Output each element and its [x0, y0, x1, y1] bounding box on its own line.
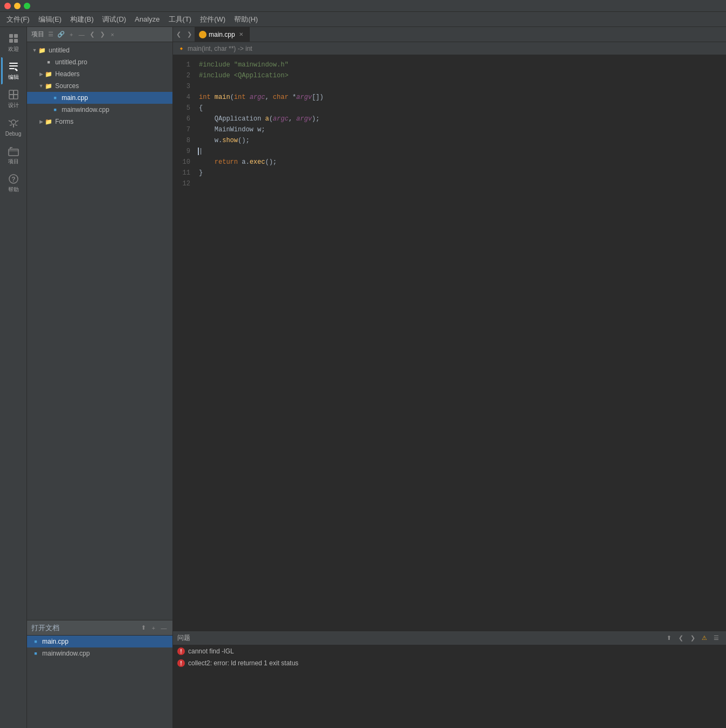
- tab-close-main-cpp[interactable]: ✕: [237, 31, 245, 38]
- menu-edit[interactable]: 编辑(E): [34, 14, 66, 25]
- panel-link-icon[interactable]: 🔗: [57, 30, 65, 39]
- menu-build[interactable]: 构建(B): [66, 14, 98, 25]
- panel-minimize-icon[interactable]: —: [77, 30, 86, 39]
- menu-tools[interactable]: 工具(T): [164, 14, 196, 25]
- menu-debug[interactable]: 调试(D): [98, 14, 130, 25]
- problems-next-btn[interactable]: ❯: [687, 633, 698, 644]
- svg-line-13: [9, 121, 11, 122]
- pro-file-icon: ■: [44, 58, 53, 66]
- breadcrumb-text: main(int, char **) -> int: [188, 45, 252, 52]
- edit-label: 编辑: [8, 74, 19, 81]
- svg-point-11: [11, 120, 16, 124]
- welcome-icon: [8, 32, 19, 44]
- tab-nav-prev[interactable]: ❮: [173, 27, 184, 42]
- project-header-icons: ☰ 🔗 + — ❮ ❯ ×: [46, 30, 117, 39]
- doc-icon-main: ■: [31, 637, 40, 646]
- tree-label-headers: Headers: [55, 70, 79, 78]
- debug-label: Debug: [5, 131, 21, 137]
- problems-warning-btn[interactable]: ⚠: [699, 633, 710, 644]
- debug-icon: [8, 118, 19, 130]
- error-icon-0: !: [177, 647, 185, 655]
- projects-label: 项目: [8, 158, 19, 165]
- svg-rect-6: [9, 68, 15, 69]
- svg-rect-4: [9, 63, 18, 64]
- tree-label-mainwindow-cpp: mainwindow.cpp: [62, 106, 109, 113]
- problems-panel: 问题 ⬆ ❮ ❯ ⚠ ☰ ! cannot find -lGL ! collec…: [173, 631, 726, 728]
- menu-controls[interactable]: 控件(W): [196, 14, 230, 25]
- svg-rect-17: [9, 149, 18, 156]
- open-doc-main-cpp[interactable]: ■ main.cpp: [27, 636, 172, 647]
- help-label: 帮助: [8, 186, 19, 193]
- open-docs-header: 打开文档 ⬆ + —: [27, 620, 172, 636]
- problems-title: 问题: [177, 633, 190, 643]
- tree-item-untitled[interactable]: ▼ 📁 untitled: [27, 44, 172, 56]
- menu-analyze[interactable]: Analyze: [130, 14, 164, 24]
- svg-rect-9: [9, 95, 14, 99]
- svg-text:?: ?: [11, 176, 15, 183]
- problem-item-1[interactable]: ! collect2: error: ld returned 1 exit st…: [173, 657, 726, 669]
- problems-sort-btn[interactable]: ⬆: [663, 633, 674, 644]
- menu-file[interactable]: 文件(F): [2, 14, 34, 25]
- panel-filter-icon[interactable]: ☰: [46, 30, 55, 39]
- welcome-label: 欢迎: [8, 45, 19, 53]
- sidebar-item-welcome[interactable]: 欢迎: [1, 29, 26, 56]
- problems-list: ! cannot find -lGL ! collect2: error: ld…: [173, 645, 726, 687]
- svg-rect-2: [9, 39, 13, 43]
- tree-item-pro[interactable]: ■ untitled.pro: [27, 56, 172, 68]
- problems-toolbar: ⬆ ❮ ❯ ⚠ ☰: [663, 633, 722, 644]
- open-docs-sort-icon[interactable]: ⬆: [139, 624, 148, 632]
- open-docs-add-icon[interactable]: +: [149, 624, 158, 632]
- panel-close-icon[interactable]: ×: [108, 30, 117, 39]
- breadcrumb-icon: 🔸: [177, 45, 185, 52]
- open-doc-label-main: main.cpp: [42, 638, 69, 645]
- project-panel-title: 项目: [31, 30, 44, 39]
- tab-nav-next[interactable]: ❯: [184, 27, 195, 42]
- cpp-file-icon-mainwindow: ■: [51, 105, 59, 114]
- tree-label-sources: Sources: [55, 82, 79, 90]
- folder-icon-untitled: 📁: [38, 46, 46, 55]
- breadcrumb-bar: 🔸 main(int, char **) -> int: [173, 42, 726, 55]
- tree-item-main-cpp[interactable]: ■ main.cpp: [27, 92, 172, 104]
- code-editor[interactable]: 1 2 3 4 5 6 7 8 9 10 11 12 #include "mai…: [173, 55, 726, 631]
- svg-rect-12: [13, 124, 14, 128]
- problem-text-0: cannot find -lGL: [188, 647, 234, 655]
- tree-label-main-cpp: main.cpp: [62, 94, 88, 102]
- error-icon-1: !: [177, 659, 185, 667]
- tree-item-sources[interactable]: ▼ 📁 Sources: [27, 80, 172, 92]
- menubar: 文件(F) 编辑(E) 构建(B) 调试(D) Analyze 工具(T) 控件…: [0, 12, 726, 27]
- panel-nav-prev[interactable]: ❮: [88, 30, 96, 39]
- svg-rect-7: [9, 90, 14, 95]
- panel-add-icon[interactable]: +: [67, 30, 76, 39]
- tree-item-headers[interactable]: ▶ 📁 Headers: [27, 68, 172, 80]
- problem-text-1: collect2: error: ld returned 1 exit stat…: [188, 659, 298, 667]
- open-doc-mainwindow-cpp[interactable]: ■ mainwindow.cpp: [27, 647, 172, 659]
- problems-prev-btn[interactable]: ❮: [675, 633, 686, 644]
- sidebar-item-projects[interactable]: 项目: [1, 142, 26, 169]
- tree-item-forms[interactable]: ▶ 📁 Forms: [27, 116, 172, 128]
- sidebar-item-edit[interactable]: 编辑: [1, 57, 26, 84]
- sidebar-item-design[interactable]: 设计: [1, 85, 26, 112]
- menu-help[interactable]: 帮助(H): [230, 14, 262, 25]
- sidebar-item-help[interactable]: ? 帮助: [1, 170, 26, 197]
- folder-icon-headers: 📁: [44, 70, 53, 78]
- problems-empty-area: [173, 687, 726, 729]
- file-tree: ▼ 📁 untitled ■ untitled.pro ▶ 📁 Headers …: [27, 42, 172, 620]
- maximize-dot[interactable]: [24, 3, 30, 9]
- tab-main-cpp[interactable]: main.cpp ✕: [195, 27, 250, 42]
- close-dot[interactable]: [4, 3, 11, 9]
- code-content[interactable]: #include "mainwindow.h" #include <QAppli…: [195, 55, 726, 631]
- minimize-dot[interactable]: [14, 3, 21, 9]
- svg-rect-5: [9, 65, 18, 66]
- problems-filter-btn[interactable]: ☰: [711, 633, 722, 644]
- tab-file-icon: [199, 31, 207, 38]
- folder-icon-sources: 📁: [44, 82, 53, 90]
- tree-item-mainwindow-cpp[interactable]: ■ mainwindow.cpp: [27, 104, 172, 116]
- open-docs-minimize-icon[interactable]: —: [159, 624, 168, 632]
- sidebar-item-debug[interactable]: Debug: [1, 113, 26, 141]
- problems-header: 问题 ⬆ ❮ ❯ ⚠ ☰: [173, 631, 726, 645]
- project-panel: 项目 ☰ 🔗 + — ❮ ❯ × ▼ 📁 untitled ■ u: [27, 27, 173, 728]
- folder-icon-forms: 📁: [44, 117, 53, 126]
- problem-item-0[interactable]: ! cannot find -lGL: [173, 645, 726, 657]
- tab-bar: ❮ ❯ main.cpp ✕: [173, 27, 726, 42]
- panel-nav-next[interactable]: ❯: [98, 30, 106, 39]
